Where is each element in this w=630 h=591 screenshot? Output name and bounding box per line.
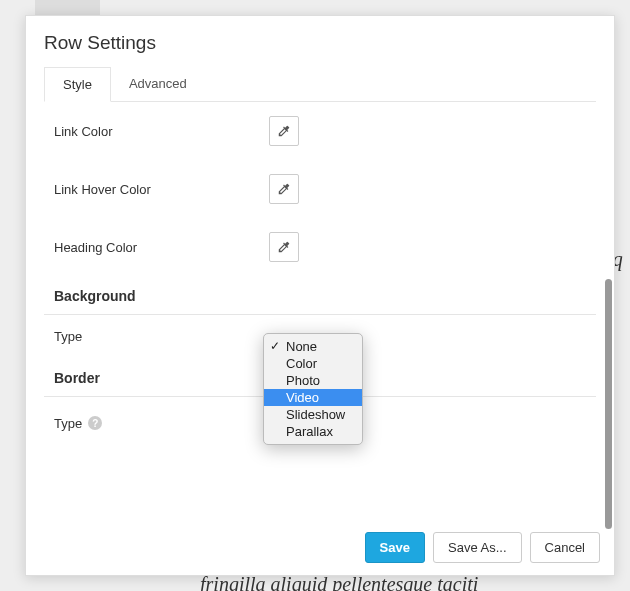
eyedropper-icon bbox=[277, 182, 291, 196]
save-as-button[interactable]: Save As... bbox=[433, 532, 522, 563]
cancel-button[interactable]: Cancel bbox=[530, 532, 600, 563]
eyedropper-icon bbox=[277, 240, 291, 254]
label-border-type: Type ? bbox=[54, 416, 269, 431]
dropdown-option-slideshow[interactable]: Slideshow bbox=[264, 406, 362, 423]
modal-footer: Save Save As... Cancel bbox=[26, 520, 614, 575]
dropdown-option-photo[interactable]: Photo bbox=[264, 372, 362, 389]
modal-title: Row Settings bbox=[44, 32, 596, 54]
heading-color-picker[interactable] bbox=[269, 232, 299, 262]
field-bg-type: Type None Color Photo Video Slideshow Pa… bbox=[44, 315, 596, 358]
dropdown-option-none[interactable]: None bbox=[264, 338, 362, 355]
help-icon[interactable]: ? bbox=[88, 416, 102, 430]
section-background: Background bbox=[44, 276, 596, 315]
label-heading-color: Heading Color bbox=[54, 240, 269, 255]
tab-style[interactable]: Style bbox=[44, 67, 111, 102]
tab-list: Style Advanced bbox=[44, 66, 596, 102]
tab-advanced[interactable]: Advanced bbox=[111, 67, 205, 102]
label-bg-type: Type bbox=[54, 329, 269, 344]
field-heading-color: Heading Color bbox=[44, 218, 596, 276]
field-link-hover-color: Link Hover Color bbox=[44, 160, 596, 218]
modal-header: Row Settings bbox=[26, 16, 614, 66]
dropdown-option-parallax[interactable]: Parallax bbox=[264, 423, 362, 440]
row-settings-modal: Row Settings Style Advanced Link Color L… bbox=[25, 15, 615, 576]
label-link-color: Link Color bbox=[54, 124, 269, 139]
label-border-type-text: Type bbox=[54, 416, 82, 431]
modal-body: Style Advanced Link Color Link Hover Col… bbox=[26, 66, 614, 520]
dropdown-option-video[interactable]: Video bbox=[264, 389, 362, 406]
field-link-color: Link Color bbox=[44, 102, 596, 160]
link-color-picker[interactable] bbox=[269, 116, 299, 146]
eyedropper-icon bbox=[277, 124, 291, 138]
link-hover-color-picker[interactable] bbox=[269, 174, 299, 204]
bg-type-dropdown[interactable]: None Color Photo Video Slideshow Paralla… bbox=[263, 333, 363, 445]
dropdown-option-color[interactable]: Color bbox=[264, 355, 362, 372]
label-link-hover-color: Link Hover Color bbox=[54, 182, 269, 197]
save-button[interactable]: Save bbox=[365, 532, 425, 563]
scrollbar-thumb[interactable] bbox=[605, 279, 612, 529]
